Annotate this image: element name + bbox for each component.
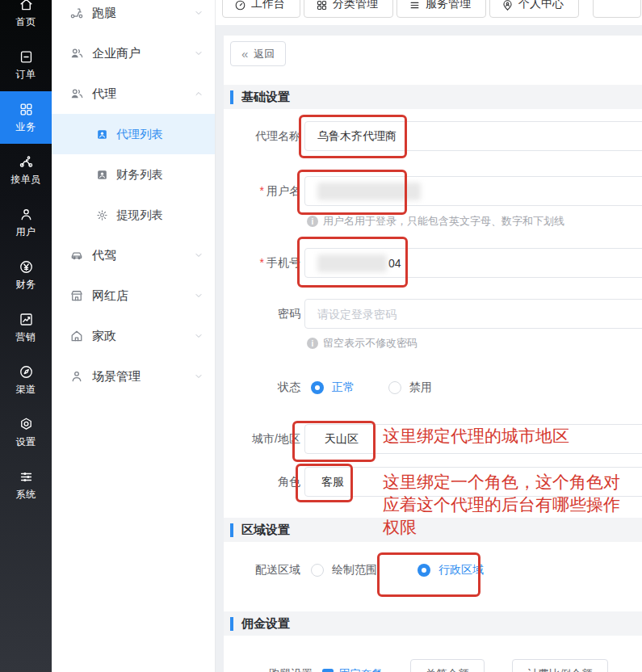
section-header-commission: 佣金设置 bbox=[224, 611, 642, 636]
delivery-radio-admin[interactable] bbox=[418, 564, 430, 577]
top-nav-tab-workbench[interactable]: 工作台 bbox=[222, 0, 300, 18]
top-nav-tab-category-management[interactable]: 分类管理 bbox=[304, 0, 393, 18]
commission-tab-selected[interactable]: 固定套餐 bbox=[322, 667, 383, 672]
chevron-up-icon bbox=[194, 89, 204, 99]
redacted-value bbox=[317, 254, 387, 272]
shop-icon bbox=[69, 288, 84, 303]
phone-input[interactable]: 04 bbox=[304, 248, 642, 278]
id-card-icon bbox=[96, 169, 108, 181]
required-marker: * bbox=[260, 256, 264, 269]
list-icon bbox=[409, 0, 421, 11]
submenu-item-label: 家政 bbox=[92, 329, 116, 344]
rail-item-settings[interactable]: 设置 bbox=[0, 406, 52, 459]
annotation-role-note-line: 应着这个代理的后台有哪些操作 bbox=[383, 494, 620, 516]
rail-item-users[interactable]: 用户 bbox=[0, 196, 52, 249]
submenu-item-housekeeping[interactable]: 家政 bbox=[52, 316, 215, 356]
submenu-item-scene-management[interactable]: 场景管理 bbox=[52, 356, 215, 397]
submenu-item-driving[interactable]: 代驾 bbox=[52, 235, 215, 275]
id-card-icon bbox=[96, 128, 108, 141]
rail-item-label: 系统 bbox=[16, 488, 36, 502]
info-icon: i bbox=[307, 216, 318, 227]
back-label: 返回 bbox=[254, 47, 275, 61]
submenu-item-agent-list[interactable]: 代理列表 bbox=[52, 114, 215, 154]
top-nav-tab-partial[interactable] bbox=[593, 0, 641, 18]
top-nav-tab-personal-center[interactable]: 个人中心 bbox=[489, 0, 579, 18]
yen-icon bbox=[19, 259, 34, 275]
rail-item-marketing[interactable]: 营销 bbox=[0, 301, 52, 354]
chevron-down-icon bbox=[194, 331, 204, 341]
status-option-normal[interactable]: 正常 bbox=[332, 380, 355, 395]
status-option-disabled[interactable]: 禁用 bbox=[409, 380, 432, 395]
chevron-down-icon bbox=[194, 291, 204, 300]
annotation-city-note: 这里绑定代理的城市地区 bbox=[383, 425, 569, 447]
gear-icon bbox=[96, 209, 108, 221]
submenu-item-enterprise-merchant[interactable]: 企业商户 bbox=[52, 33, 215, 74]
rail-item-finance[interactable]: 财务 bbox=[0, 249, 52, 301]
status-radio-disabled[interactable] bbox=[388, 381, 401, 394]
home-icon bbox=[19, 0, 34, 12]
commission-row-label: 跑腿设置 bbox=[224, 667, 313, 672]
required-marker: * bbox=[260, 184, 264, 197]
delivery-radio-draw[interactable] bbox=[311, 564, 324, 577]
scooter-icon bbox=[69, 6, 84, 20]
field-agent-name: 代理名称 bbox=[224, 121, 642, 151]
submenu-item-agent[interactable]: 代理 bbox=[52, 74, 215, 114]
agent-name-input[interactable] bbox=[304, 121, 642, 151]
username-hint: i 用户名用于登录，只能包含英文字母、数字和下划线 bbox=[307, 214, 564, 229]
commission-tab[interactable]: 单笔金额 bbox=[410, 659, 485, 672]
commission-row: 跑腿设置 固定套餐 单笔金额 计费比例金额 bbox=[224, 659, 608, 672]
submenu-item-influencer-shop[interactable]: 网红店 bbox=[52, 275, 215, 316]
submenu-item-label: 企业商户 bbox=[92, 46, 141, 61]
field-phone: *手机号 04 bbox=[224, 248, 642, 278]
city-label: 城市/地区 bbox=[224, 432, 300, 447]
rail-item-system[interactable]: 系统 bbox=[0, 459, 52, 511]
rail-item-business[interactable]: 业务 bbox=[0, 91, 52, 144]
chevron-down-icon bbox=[194, 250, 204, 260]
grid-icon bbox=[19, 102, 34, 117]
agent-name-label: 代理名称 bbox=[224, 129, 300, 144]
top-nav-tab-label: 工作台 bbox=[251, 0, 285, 11]
top-nav-tab-label: 服务管理 bbox=[426, 0, 471, 11]
person-pin-icon bbox=[501, 0, 514, 11]
chevron-down-icon bbox=[194, 372, 204, 381]
left-rail: 首页订单业务接单员用户财务营销渠道设置系统 bbox=[0, 0, 52, 672]
redacted-value bbox=[317, 183, 421, 200]
users-pair-icon bbox=[69, 86, 84, 101]
submenu-item-label: 财务列表 bbox=[116, 167, 163, 183]
submenu-item-errand[interactable]: 跑腿 bbox=[52, 0, 215, 33]
rail-item-orders[interactable]: 订单 bbox=[0, 39, 52, 91]
field-username: *用户名 bbox=[224, 176, 642, 206]
submenu-item-label: 跑腿 bbox=[92, 6, 116, 21]
rail-item-label: 用户 bbox=[16, 225, 36, 239]
section-header-basic: 基础设置 bbox=[224, 85, 642, 109]
phone-label: *手机号 bbox=[224, 256, 300, 271]
rail-item-channels[interactable]: 渠道 bbox=[0, 354, 52, 406]
delivery-option-admin[interactable]: 行政区域 bbox=[438, 563, 484, 578]
page-background-band bbox=[216, 25, 642, 36]
gearhex-icon bbox=[19, 417, 34, 432]
username-input[interactable] bbox=[304, 176, 642, 206]
rail-item-home[interactable]: 首页 bbox=[0, 0, 52, 39]
top-nav-tab-service-management[interactable]: 服务管理 bbox=[397, 0, 486, 18]
back-button[interactable]: « 返回 bbox=[230, 41, 286, 66]
section-title: 佣金设置 bbox=[241, 616, 290, 632]
commission-tab[interactable]: 计费比例金额 bbox=[512, 659, 608, 672]
rail-item-couriers[interactable]: 接单员 bbox=[0, 144, 52, 196]
field-status: 状态 正常 禁用 bbox=[224, 380, 432, 395]
top-nav-tabs: 工作台分类管理服务管理个人中心 bbox=[222, 0, 642, 18]
field-password: 密码 bbox=[224, 299, 642, 329]
submenu-item-finance-list[interactable]: 财务列表 bbox=[52, 154, 215, 195]
main-panel: « 返回 基础设置 代理名称 *用户名 i 用户名用于登录，只能包含英文字母、数… bbox=[224, 36, 642, 672]
submenu-item-withdraw-list[interactable]: 提现列表 bbox=[52, 195, 215, 235]
section-title: 区域设置 bbox=[241, 523, 290, 538]
status-radio-normal[interactable] bbox=[311, 381, 324, 394]
info-icon: i bbox=[307, 338, 318, 349]
section-accent-bar bbox=[230, 90, 233, 104]
rider-icon bbox=[19, 154, 34, 170]
rail-item-label: 设置 bbox=[16, 435, 36, 449]
rail-item-label: 订单 bbox=[16, 68, 36, 82]
password-label: 密码 bbox=[224, 307, 300, 321]
password-input[interactable] bbox=[304, 299, 642, 329]
delivery-option-draw[interactable]: 绘制范围 bbox=[332, 563, 377, 578]
chevron-down-icon bbox=[194, 48, 204, 58]
